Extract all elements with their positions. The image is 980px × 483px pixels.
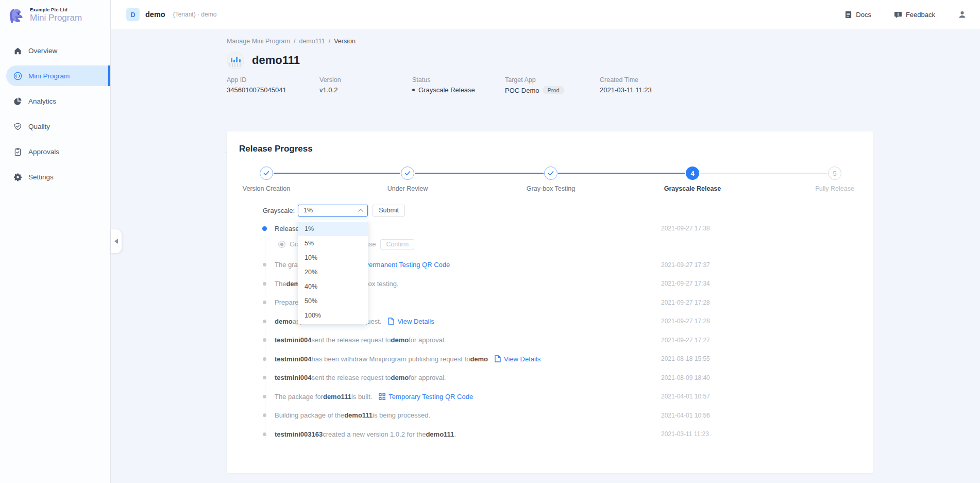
- sidebar-item-label: Overview: [28, 47, 57, 55]
- step-label: Fully Release: [791, 185, 878, 192]
- docs-icon: [844, 11, 852, 19]
- timeline-timestamp: 2021-03-11 11:23: [661, 430, 709, 438]
- timeline-timestamp: 2021-09-27 17:27: [661, 337, 710, 344]
- sidebar-item-approvals[interactable]: Approvals: [0, 141, 110, 162]
- timeline-text: testmini004 has been withdraw Miniprogra…: [275, 355, 488, 363]
- sidebar: Example Pte Ltd Mini Program OverviewMin…: [0, 0, 111, 483]
- tenant-switcher[interactable]: D demo (Tenant) · demo: [126, 8, 216, 21]
- check-icon: [404, 171, 411, 176]
- step-circle-4: 4: [686, 166, 699, 180]
- brand-logo: Example Pte Ltd Mini Program: [0, 0, 110, 26]
- timeline-dot: [263, 301, 266, 304]
- meta-status: StatusGrayscale Release: [412, 76, 505, 94]
- timeline-link-label: View Details: [504, 355, 540, 363]
- grayscale-option-50[interactable]: 50%: [298, 294, 368, 308]
- check-icon: [548, 171, 554, 176]
- grayscale-dropdown: 1%5%10%20%40%50%100%: [298, 220, 368, 324]
- brand-product: Mini Program: [30, 13, 82, 23]
- timeline-text: The package for demo111 is built.: [275, 393, 372, 401]
- sidebar-item-label: Analytics: [28, 97, 56, 105]
- sidebar-item-analytics[interactable]: Analytics: [0, 91, 110, 111]
- feedback-icon: [894, 11, 902, 19]
- radio-button[interactable]: [278, 241, 285, 248]
- step-circle-1: [260, 166, 273, 180]
- timeline-timestamp: 2021-08-09 18:40: [661, 374, 710, 381]
- meta-label: Version: [319, 76, 412, 84]
- breadcrumb-item[interactable]: Manage Mini Program: [227, 38, 290, 45]
- timeline-dot: [262, 226, 267, 231]
- timeline-link[interactable]: Permanent Testing QR Code: [354, 261, 450, 269]
- meta-label: Created Time: [600, 76, 692, 84]
- breadcrumb-item[interactable]: demo111: [299, 38, 325, 45]
- timeline-text: testmini004 sent the release request to …: [275, 374, 446, 381]
- grayscale-select[interactable]: 1%: [298, 205, 368, 216]
- feedback-button[interactable]: Feedback: [894, 11, 935, 19]
- sidebar-item-settings[interactable]: Settings: [0, 166, 110, 187]
- docs-button[interactable]: Docs: [844, 11, 871, 19]
- grayscale-option-20[interactable]: 20%: [298, 265, 368, 279]
- timeline-row: testmini004 sent the release request to …: [263, 335, 747, 346]
- timeline-dot: [263, 376, 266, 379]
- sidebar-item-mini-program[interactable]: Mini Program: [6, 65, 110, 86]
- grayscale-option-100[interactable]: 100%: [298, 308, 368, 323]
- step-label: Under Review: [364, 185, 451, 192]
- timeline-timestamp: 2021-09-27 17:28: [661, 318, 710, 325]
- step-connector: [558, 173, 685, 174]
- timeline-timestamp: 2021-09-27 17:28: [661, 299, 710, 306]
- user-menu-button[interactable]: [958, 10, 967, 19]
- sidebar-item-label: Settings: [28, 173, 54, 181]
- grayscale-option-1[interactable]: 1%: [298, 222, 368, 236]
- clipboard-icon: [13, 147, 22, 156]
- home-icon: [13, 46, 22, 55]
- file-icon: [388, 318, 394, 325]
- grayscale-option-10[interactable]: 10%: [298, 251, 368, 265]
- chevron-up-icon: [358, 209, 363, 212]
- timeline-timestamp: 2021-09-27 17:38: [661, 225, 710, 232]
- confirm-button[interactable]: Confirm: [380, 239, 414, 249]
- meta-value: v1.0.2: [319, 86, 412, 94]
- tenant-name: demo: [145, 10, 165, 19]
- timeline-row: Building package of the demo111 is being…: [263, 410, 747, 421]
- sidebar-item-label: Approvals: [28, 148, 59, 156]
- meta-created-time: Created Time2021-03-11 11:23: [600, 76, 692, 94]
- feedback-label: Feedback: [906, 11, 935, 19]
- release-card: Release Progress Version CreationUnder R…: [227, 131, 873, 473]
- grayscale-option-5[interactable]: 5%: [298, 236, 368, 251]
- grayscale-row: Grayscale: 1% Submit: [263, 204, 405, 216]
- timeline-dot: [263, 413, 266, 417]
- step-circle-2: [401, 166, 414, 180]
- timeline-link[interactable]: View Details: [388, 318, 434, 325]
- app-meta: App ID3456010075045041Versionv1.0.2Statu…: [227, 76, 873, 94]
- breadcrumb-separator: /: [329, 38, 330, 45]
- timeline-row: testmini004 has been withdraw Miniprogra…: [263, 353, 747, 364]
- step-label: Gray-box Testing: [507, 185, 595, 192]
- timeline-text: Building package of the demo111 is being…: [275, 411, 430, 419]
- timeline-timestamp: 2021-08-18 15:55: [661, 355, 710, 362]
- timeline-link[interactable]: View Details: [495, 355, 540, 363]
- timeline-row: The package for demo111 is built.Tempora…: [263, 391, 747, 402]
- step-connector: [415, 173, 544, 174]
- tenant-avatar: D: [126, 8, 140, 21]
- tenant-suffix: (Tenant) · demo: [173, 11, 217, 18]
- timeline-link-label: View Details: [397, 318, 434, 325]
- submit-button[interactable]: Submit: [373, 205, 405, 216]
- sidebar-collapse-handle[interactable]: [111, 229, 122, 253]
- check-icon: [263, 171, 269, 176]
- sidebar-item-overview[interactable]: Overview: [0, 40, 110, 61]
- timeline-dot: [263, 320, 266, 323]
- chevron-left-icon: [114, 239, 119, 244]
- timeline-link[interactable]: Temporary Testing QR Code: [379, 393, 473, 401]
- sidebar-item-quality[interactable]: Quality: [0, 116, 110, 137]
- step-circle-3: [544, 166, 557, 180]
- grayscale-option-40[interactable]: 40%: [298, 279, 368, 294]
- meta-value: 2021-03-11 11:23: [600, 86, 692, 94]
- timeline-timestamp: 2021-09-27 17:34: [661, 280, 710, 287]
- brand-logo-icon: [6, 5, 27, 26]
- breadcrumb: Manage Mini Program/demo111/Version: [227, 38, 873, 45]
- grayscale-select-value: 1%: [303, 207, 358, 214]
- meta-label: App ID: [227, 76, 319, 84]
- meta-value: Grayscale Release: [412, 86, 505, 94]
- brand-company: Example Pte Ltd: [30, 7, 82, 12]
- meta-label: Status: [412, 76, 505, 84]
- step-connector: [274, 173, 400, 174]
